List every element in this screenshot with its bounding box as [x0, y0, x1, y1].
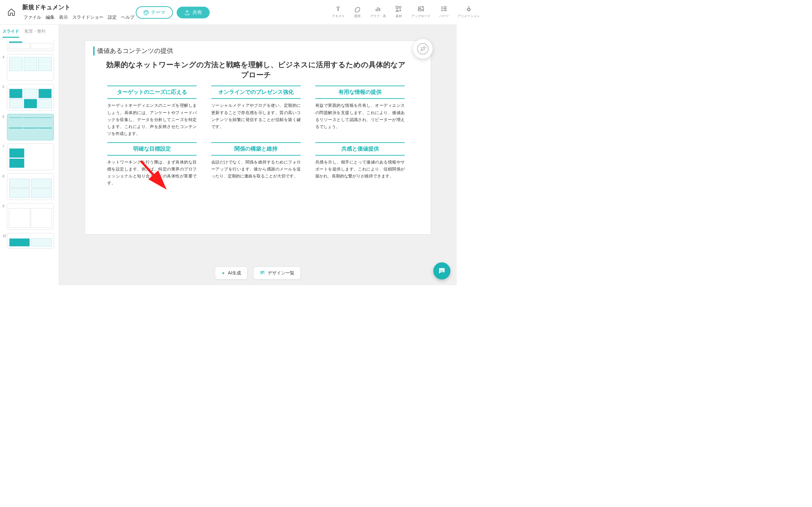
thumbnail-4[interactable] — [7, 54, 54, 81]
slide[interactable]: 価値あるコンテンツの提供 効果的なネットワーキングの方法と戦略を理解し、ビジネス… — [85, 41, 431, 234]
svg-rect-13 — [444, 10, 447, 11]
menu-view[interactable]: 表示 — [58, 14, 69, 21]
cell-5[interactable]: 関係の構築と維持 会話だけでなく、関係を維持するためにフォローアップを行います。… — [211, 142, 301, 187]
thumbnail-8[interactable] — [7, 173, 54, 200]
share-icon — [184, 10, 190, 15]
cell-6[interactable]: 共感と価値提供 共感を示し、相手にとって価値のある情報やサポートを提供します。こ… — [315, 142, 405, 187]
tool-chart[interactable]: グラフ・表 — [370, 5, 386, 18]
edit-badge[interactable] — [413, 39, 433, 59]
svg-rect-24 — [263, 272, 264, 272]
svg-rect-1 — [376, 9, 377, 11]
svg-point-17 — [145, 12, 146, 12]
thumbnail-6-selected[interactable] — [7, 114, 54, 140]
menu-file[interactable]: ファイル — [22, 14, 43, 21]
sparkle-icon: ✦ — [221, 271, 225, 276]
thumbnail-partial[interactable] — [7, 40, 54, 51]
thumbnail-7[interactable] — [7, 144, 54, 170]
menu-bar: ファイル 編集 表示 スライドショー 設定 ヘルプ — [22, 14, 136, 21]
thumbnail-10[interactable] — [7, 233, 54, 249]
svg-point-5 — [399, 6, 401, 8]
cell-1[interactable]: ターゲットのニーズに応える ターゲットオーディエンスのニーズを理解しましょう。具… — [107, 86, 197, 137]
shape-icon — [354, 5, 361, 13]
slide-thumbnails[interactable]: 4 5 6 7 8 9 10 — [0, 38, 59, 285]
text-icon: T — [335, 5, 342, 13]
cell-4[interactable]: 明確な目標設定 ネットワーキングを行う際は、まず具体的な目標を設定します。例えば… — [107, 142, 197, 187]
material-icon — [395, 5, 403, 13]
menu-edit[interactable]: 編集 — [44, 14, 56, 21]
svg-rect-8 — [442, 7, 443, 8]
slide-title[interactable]: 価値あるコンテンツの提供 — [97, 47, 420, 55]
layout-icon — [260, 270, 265, 276]
document-title[interactable]: 新規ドキュメント — [22, 3, 136, 11]
svg-point-25 — [440, 270, 441, 271]
slide-subtitle[interactable]: 効果的なネットワーキングの方法と戦略を理解し、ビジネスに活用するための具体的なア… — [92, 60, 420, 80]
tab-slides[interactable]: スライド — [3, 29, 19, 38]
svg-rect-9 — [442, 8, 443, 9]
svg-rect-2 — [377, 7, 378, 11]
svg-point-18 — [146, 11, 147, 12]
svg-rect-4 — [396, 6, 398, 8]
home-button[interactable] — [5, 6, 18, 18]
menu-slideshow[interactable]: スライドショー — [71, 14, 105, 21]
svg-rect-23 — [261, 272, 262, 273]
upload-icon — [417, 5, 425, 13]
svg-point-26 — [442, 270, 443, 271]
tool-text[interactable]: T テキスト — [332, 5, 345, 18]
canvas[interactable]: 価値あるコンテンツの提供 効果的なネットワーキングの方法と戦略を理解し、ビジネス… — [59, 25, 457, 285]
tab-arrange[interactable]: 配置・整列 — [25, 29, 45, 38]
cell-3[interactable]: 有用な情報の提供 有益で実践的な情報を共有し、オーディエンスの問題解決を支援しま… — [315, 86, 405, 137]
cell-2[interactable]: オンラインでのプレゼンス強化 ソーシャルメディアやブログを使い、定期的に更新する… — [211, 86, 301, 137]
svg-point-19 — [147, 12, 148, 12]
menu-settings[interactable]: 設定 — [107, 14, 118, 21]
menu-help[interactable]: ヘルプ — [120, 14, 136, 21]
svg-text:T: T — [336, 6, 340, 12]
chat-button[interactable] — [433, 262, 450, 279]
tool-material[interactable]: 素材 — [395, 5, 403, 18]
chat-icon — [438, 267, 446, 275]
thumbnail-9[interactable] — [7, 203, 54, 230]
parts-icon — [440, 5, 448, 13]
svg-rect-3 — [379, 8, 380, 11]
svg-rect-10 — [442, 10, 443, 11]
svg-point-20 — [417, 43, 428, 54]
design-list-button[interactable]: デザイン一覧 — [253, 267, 301, 279]
tool-upload[interactable]: アップロード — [411, 5, 430, 18]
tool-parts[interactable]: パーツ — [439, 5, 449, 18]
tool-shape[interactable]: 図形 — [354, 5, 361, 18]
ai-generate-button[interactable]: ✦ AI生成 — [215, 267, 247, 279]
share-button[interactable]: 共有 — [177, 7, 210, 18]
chart-icon — [374, 5, 382, 13]
svg-rect-11 — [444, 7, 447, 8]
svg-rect-12 — [444, 8, 447, 9]
thumbnail-5[interactable] — [7, 84, 54, 111]
palette-icon — [143, 10, 149, 15]
theme-button[interactable]: テーマ — [136, 6, 173, 19]
